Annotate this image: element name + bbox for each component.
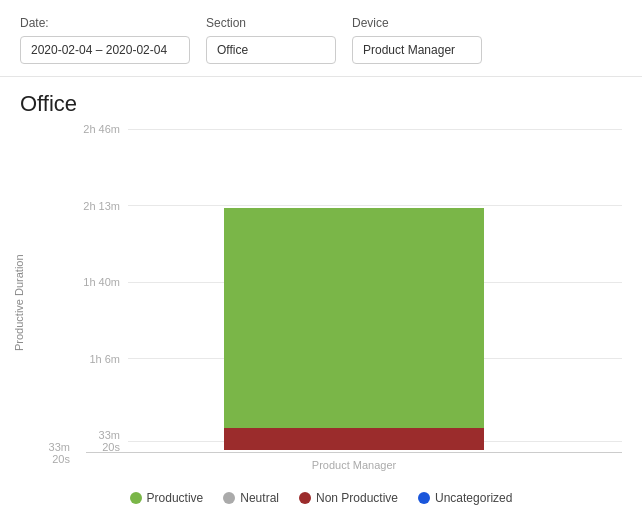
device-input[interactable]: Product Manager — [352, 36, 482, 64]
chart-inner: 2h 46m 2h 13m 1h 40m 1h 6m 33m 20s Produ… — [28, 123, 622, 483]
section-input[interactable]: Office — [206, 36, 336, 64]
legend-dot — [223, 492, 235, 504]
legend-dot — [299, 492, 311, 504]
bottom-value-label: 33m 20s — [28, 441, 78, 465]
bar-group — [224, 208, 484, 453]
y-axis-label: Productive Duration — [10, 123, 28, 483]
legend-item: Productive — [130, 491, 204, 505]
legend-item: Neutral — [223, 491, 279, 505]
date-filter-group: Date: 2020-02-04 – 2020-02-04 — [20, 16, 190, 64]
chart-area: Productive Duration 2h 46m 2h 13m 1h 40m… — [0, 123, 642, 483]
legend-item: Non Productive — [299, 491, 398, 505]
non-productive-bar — [224, 428, 484, 450]
x-axis-area: Product Manager — [86, 453, 622, 483]
legend-label: Uncategorized — [435, 491, 512, 505]
legend-dot — [130, 492, 142, 504]
legend-label: Productive — [147, 491, 204, 505]
bars-container — [86, 123, 622, 453]
legend-dot — [418, 492, 430, 504]
legend-item: Uncategorized — [418, 491, 512, 505]
x-axis-label: Product Manager — [312, 459, 396, 471]
device-filter-group: Device Product Manager — [352, 16, 482, 64]
date-label: Date: — [20, 16, 190, 30]
date-input[interactable]: 2020-02-04 – 2020-02-04 — [20, 36, 190, 64]
section-filter-group: Section Office — [206, 16, 336, 64]
legend: Productive Neutral Non Productive Uncate… — [0, 483, 642, 511]
legend-label: Neutral — [240, 491, 279, 505]
productive-bar — [224, 208, 484, 428]
legend-label: Non Productive — [316, 491, 398, 505]
chart-title: Office — [0, 77, 642, 123]
filters-row: Date: 2020-02-04 – 2020-02-04 Section Of… — [0, 0, 642, 77]
section-label: Section — [206, 16, 336, 30]
device-label: Device — [352, 16, 482, 30]
